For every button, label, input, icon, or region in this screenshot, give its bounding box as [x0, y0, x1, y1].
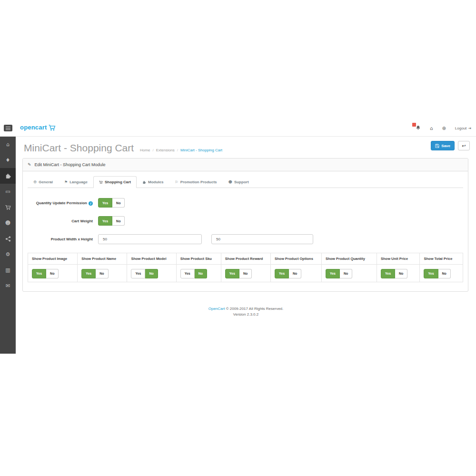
no-button[interactable]: No [340, 269, 352, 278]
top-bar: opencart ⌂ ⊕ Logout ⇥ [0, 120, 476, 137]
cart-icon [5, 205, 11, 210]
menu-toggle-button[interactable] [4, 125, 12, 131]
sidebar-item-extensions[interactable] [0, 168, 16, 184]
cart-icon [99, 180, 103, 184]
tab-label: Support [234, 180, 249, 184]
tab-label: Modules [148, 180, 163, 184]
sidebar-item-catalog[interactable]: ♦ [0, 152, 16, 168]
no-button[interactable]: No [96, 269, 108, 278]
show-product-name-toggle: YesNo [81, 269, 108, 278]
no-button[interactable]: No [112, 216, 125, 226]
puzzle-icon [142, 180, 146, 184]
yes-button[interactable]: Yes [98, 216, 112, 226]
yes-button[interactable]: Yes [180, 269, 195, 278]
show-columns-table: Show Product Image Show Product Name Sho… [28, 253, 463, 282]
cart-weight-toggle: Yes No [98, 216, 125, 226]
info-icon[interactable]: i [89, 201, 93, 206]
no-button[interactable]: No [145, 269, 158, 278]
yes-button[interactable]: Yes [326, 269, 340, 278]
breadcrumb-home[interactable]: Home [140, 148, 150, 152]
opencart-admin-screen: opencart ⌂ ⊕ Logout ⇥ ⌂ ♦ ▭ ☻ ⚙ ▥ ✉ [0, 120, 476, 354]
column-header: Show Total Price [420, 253, 463, 265]
no-button[interactable]: No [46, 269, 59, 278]
show-product-model-toggle: YesNo [131, 269, 158, 278]
logout-button[interactable]: Logout ⇥ [455, 126, 471, 130]
back-button[interactable]: ↩ [458, 141, 470, 150]
share-icon [5, 236, 11, 242]
gear-icon: ⚙ [33, 180, 37, 184]
sidebar-item-design[interactable]: ▭ [0, 184, 16, 199]
tab-language[interactable]: ⚑ Language [59, 176, 93, 188]
column-header: Show Product Model [127, 253, 176, 265]
show-product-image-toggle: YesNo [32, 269, 59, 278]
sidebar-item-reports[interactable]: ▥ [0, 262, 16, 278]
save-label: Save [441, 144, 450, 148]
monitor-icon: ▭ [5, 188, 10, 195]
quantity-update-permission-label: Quantity Update Permissioni [28, 200, 98, 206]
opencart-link[interactable]: OpenCart [208, 307, 225, 311]
user-icon: ☻ [228, 180, 232, 184]
pencil-icon: ✎ [28, 162, 31, 167]
top-bar-actions: ⌂ ⊕ Logout ⇥ [416, 120, 471, 137]
product-height-input[interactable] [211, 234, 313, 244]
yes-button[interactable]: Yes [381, 269, 395, 278]
copyright-line: OpenCart © 2009-2017 All Rights Reserved… [16, 306, 476, 312]
alerts-button[interactable] [416, 125, 421, 131]
product-width-input[interactable] [98, 234, 202, 244]
yes-button[interactable]: Yes [275, 269, 289, 278]
storefront-globe-button[interactable]: ⊕ [442, 126, 446, 131]
tab-label: Language [69, 180, 88, 184]
sidebar-item-sales[interactable] [0, 199, 16, 215]
home-button[interactable]: ⌂ [430, 126, 433, 131]
tags-icon: ♦ [6, 157, 10, 163]
yes-button[interactable]: Yes [32, 269, 46, 278]
tab-promotion-products[interactable]: ⚐ Promotion Products [169, 176, 222, 188]
column-header: Show Product Sku [176, 253, 221, 265]
product-size-inputs [98, 234, 313, 244]
yes-button[interactable]: Yes [225, 269, 239, 278]
puzzle-icon [5, 173, 11, 179]
tab-general[interactable]: ⚙ General [28, 176, 59, 188]
sidebar-item-customers[interactable]: ☻ [0, 215, 16, 231]
tab-shopping-cart[interactable]: Shopping Cart [93, 176, 137, 188]
column-header: Show Product Options [270, 253, 321, 265]
sidebar-item-mail[interactable]: ✉ [0, 278, 16, 294]
sidebar-item-dashboard[interactable]: ⌂ [0, 137, 16, 152]
tab-label: General [39, 180, 53, 184]
sidebar-item-marketing[interactable] [0, 231, 16, 247]
show-total-price-toggle: YesNo [424, 269, 450, 278]
yes-button[interactable]: Yes [131, 269, 145, 278]
show-product-reward-toggle: YesNo [225, 269, 252, 278]
no-button[interactable]: No [195, 269, 207, 278]
logo-cart-icon [49, 125, 56, 131]
breadcrumb-extensions[interactable]: Extensions [150, 148, 174, 152]
no-button[interactable]: No [112, 198, 125, 208]
copyright-text: © 2009-2017 All Rights Reserved. [226, 307, 284, 311]
sidebar-item-system[interactable]: ⚙ [0, 247, 16, 262]
breadcrumb-current[interactable]: MiniCart - Shopping Cart [175, 148, 222, 152]
main-content: MiniCart - Shopping Cart Home Extensions… [16, 137, 476, 354]
yes-button[interactable]: Yes [98, 198, 112, 208]
quantity-update-permission-row: Quantity Update Permissioni Yes No [28, 198, 463, 208]
tab-modules[interactable]: Modules [137, 176, 169, 188]
edit-module-panel: ✎ Edit MiniCart - Shopping Cart Module ⚙… [22, 158, 468, 292]
table-toggle-row: YesNo YesNo YesNo YesNo YesNo YesNo YesN… [28, 265, 463, 282]
no-button[interactable]: No [395, 269, 407, 278]
opencart-logo[interactable]: opencart [20, 124, 56, 131]
show-product-sku-toggle: YesNo [180, 269, 207, 278]
user-icon: ☻ [5, 220, 10, 226]
tab-support[interactable]: ☻ Support [223, 176, 255, 188]
mail-icon: ✉ [6, 283, 10, 289]
no-button[interactable]: No [239, 269, 252, 278]
back-icon: ↩ [462, 143, 466, 149]
column-header: Show Product Image [28, 253, 78, 265]
logo-text: opencart [20, 124, 47, 131]
cart-weight-label: Cart Weight [28, 218, 98, 224]
no-button[interactable]: No [289, 269, 301, 278]
yes-button[interactable]: Yes [424, 269, 438, 278]
gear-icon: ⚙ [6, 251, 10, 258]
save-button[interactable]: Save [431, 141, 455, 150]
yes-button[interactable]: Yes [81, 269, 96, 278]
no-button[interactable]: No [438, 269, 451, 278]
logout-label: Logout [455, 126, 466, 130]
